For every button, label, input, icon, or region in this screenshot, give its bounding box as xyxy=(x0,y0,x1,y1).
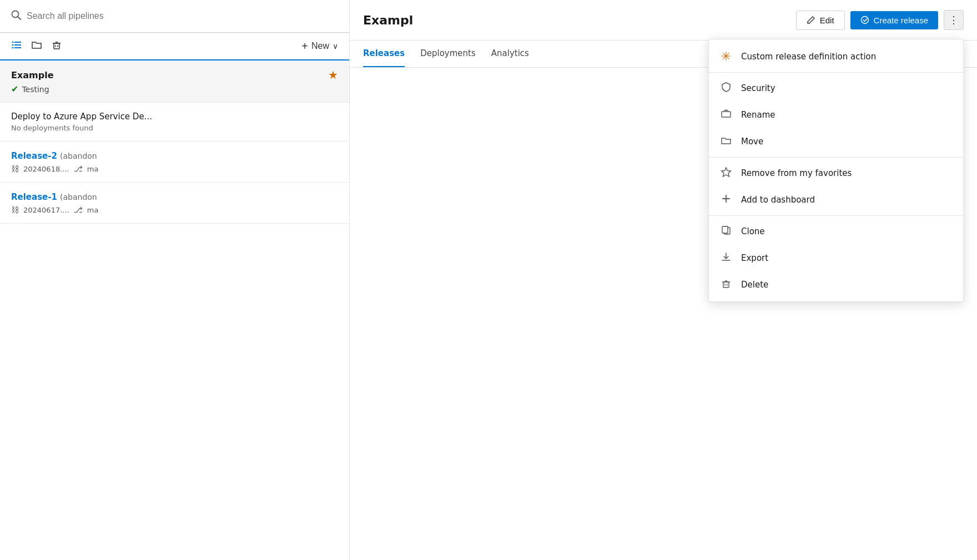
create-release-icon xyxy=(860,16,869,24)
menu-item-export[interactable]: Export xyxy=(709,245,963,271)
divider-1 xyxy=(709,72,963,73)
more-options-button[interactable]: ⋮ xyxy=(944,10,964,30)
toolbar-icons xyxy=(11,39,62,53)
page-title: Exampl xyxy=(363,13,413,27)
chevron-down-icon: ∨ xyxy=(333,42,338,51)
tab-analytics[interactable]: Analytics xyxy=(491,41,529,67)
menu-item-remove-favorites[interactable]: Remove from my favorites xyxy=(709,160,963,186)
rename-icon xyxy=(720,108,732,122)
svg-rect-21 xyxy=(722,226,728,233)
menu-label-remove-favorites: Remove from my favorites xyxy=(741,168,852,178)
tab-deployments[interactable]: Deployments xyxy=(420,41,476,67)
list-icon[interactable] xyxy=(11,39,22,53)
context-menu: ✳ Custom release definition action Secur… xyxy=(708,39,964,302)
toolbar: + New ∨ xyxy=(0,33,349,60)
pipeline-status-text: Testing xyxy=(22,85,49,94)
menu-label-export: Export xyxy=(741,253,768,263)
star-icon: ★ xyxy=(328,68,338,82)
svg-rect-8 xyxy=(54,43,59,49)
new-button[interactable]: + New ∨ xyxy=(301,40,338,53)
create-release-button[interactable]: Create release xyxy=(850,11,938,29)
svg-point-13 xyxy=(861,17,868,24)
build-icon-2: ⛓ xyxy=(11,205,19,214)
svg-point-5 xyxy=(12,42,14,43)
menu-label-security: Security xyxy=(741,83,775,93)
search-input[interactable] xyxy=(27,11,338,21)
search-icon xyxy=(11,10,21,22)
menu-item-rename[interactable]: Rename xyxy=(709,102,963,128)
shield-icon xyxy=(720,82,732,95)
pipeline-name: Example xyxy=(11,70,54,80)
release-2-branch: ma xyxy=(87,165,99,173)
delete-icon xyxy=(720,278,732,291)
new-label: New xyxy=(311,41,329,51)
release-2-date: 20240618.... xyxy=(23,165,69,173)
pipeline-item-example[interactable]: Example ★ ✔ Testing xyxy=(0,60,349,103)
release-2-link[interactable]: Release-2 xyxy=(11,151,57,161)
divider-2 xyxy=(709,157,963,158)
move-folder-icon xyxy=(720,135,732,148)
menu-label-delete: Delete xyxy=(741,280,768,290)
release-1-status: (abandon xyxy=(60,193,97,201)
search-bar xyxy=(0,0,349,33)
svg-line-1 xyxy=(18,17,21,19)
build-icon: ⛓ xyxy=(11,164,19,173)
status-check-icon: ✔ xyxy=(11,84,18,94)
trash-icon[interactable] xyxy=(51,39,62,53)
menu-item-move[interactable]: Move xyxy=(709,128,963,155)
plus-circle-icon xyxy=(720,193,732,206)
release-item-1[interactable]: Release-1 (abandon ⛓ 20240617.... ⎇ ma xyxy=(0,183,349,224)
create-release-label: Create release xyxy=(874,16,928,25)
release-item-2[interactable]: Release-2 (abandon ⛓ 20240618.... ⎇ ma xyxy=(0,142,349,183)
pipeline-item-secondary[interactable]: Deploy to Azure App Service De... No dep… xyxy=(0,103,349,142)
release-2-status: (abandon xyxy=(60,152,97,160)
branch-icon: ⎇ xyxy=(74,164,83,173)
header-actions: Edit Create release ⋮ xyxy=(796,10,964,30)
svg-marker-17 xyxy=(722,168,731,176)
svg-point-6 xyxy=(12,44,14,46)
branch-icon-2: ⎇ xyxy=(74,205,83,214)
plus-icon: + xyxy=(301,40,308,53)
svg-point-7 xyxy=(12,47,14,49)
menu-item-clone[interactable]: Clone xyxy=(709,218,963,245)
menu-label-custom-action: Custom release definition action xyxy=(741,52,876,62)
star-outline-icon xyxy=(720,167,732,180)
svg-rect-23 xyxy=(723,282,729,287)
release-1-branch: ma xyxy=(87,206,99,214)
menu-item-delete[interactable]: Delete xyxy=(709,271,963,298)
tab-releases[interactable]: Releases xyxy=(363,41,405,67)
menu-label-rename: Rename xyxy=(741,110,775,120)
release-1-link[interactable]: Release-1 xyxy=(11,192,57,202)
right-header: Exampl Edit Create release ⋮ xyxy=(350,0,977,41)
asterisk-icon: ✳ xyxy=(720,49,732,63)
edit-icon xyxy=(807,16,815,24)
folder-icon[interactable] xyxy=(31,39,42,53)
more-dots-icon: ⋮ xyxy=(949,14,959,26)
menu-item-custom-action[interactable]: ✳ Custom release definition action xyxy=(709,43,963,70)
menu-item-security[interactable]: Security xyxy=(709,75,963,102)
release-1-date: 20240617.... xyxy=(23,206,69,214)
menu-item-add-dashboard[interactable]: Add to dashboard xyxy=(709,186,963,213)
menu-label-add-dashboard: Add to dashboard xyxy=(741,195,815,205)
svg-rect-14 xyxy=(722,112,731,117)
pipeline-secondary-status: No deployments found xyxy=(11,124,338,132)
menu-label-move: Move xyxy=(741,137,763,147)
copy-icon xyxy=(720,225,732,238)
divider-3 xyxy=(709,215,963,216)
right-panel: Exampl Edit Create release ⋮ Relea xyxy=(350,0,977,560)
download-icon xyxy=(720,251,732,265)
edit-button[interactable]: Edit xyxy=(796,11,845,30)
menu-label-clone: Clone xyxy=(741,226,765,236)
pipeline-secondary-name: Deploy to Azure App Service De... xyxy=(11,112,338,122)
left-panel: + New ∨ Example ★ ✔ Testing Deploy to Az… xyxy=(0,0,350,560)
edit-label: Edit xyxy=(820,16,834,25)
